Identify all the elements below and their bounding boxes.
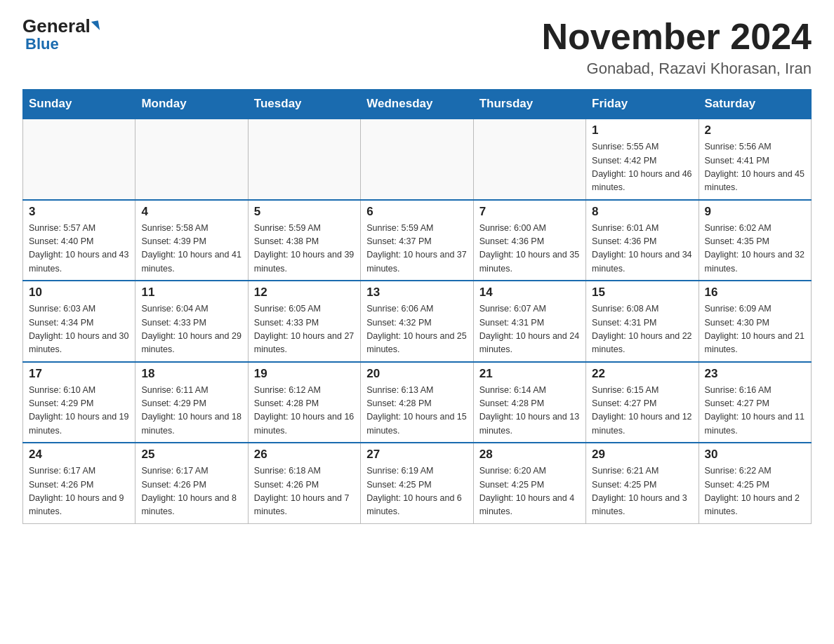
day-number: 17 <box>29 367 129 381</box>
day-info: Sunrise: 6:22 AMSunset: 4:25 PMDaylight:… <box>705 464 805 519</box>
day-info: Sunrise: 6:02 AMSunset: 4:35 PMDaylight:… <box>705 222 805 276</box>
calendar-cell: 16Sunrise: 6:09 AMSunset: 4:30 PMDayligh… <box>699 281 811 362</box>
weekday-header-friday: Friday <box>586 90 699 119</box>
day-info: Sunrise: 6:18 AMSunset: 4:26 PMDaylight:… <box>254 464 355 519</box>
calendar-cell <box>248 119 360 200</box>
day-number: 14 <box>479 286 580 300</box>
calendar-cell: 20Sunrise: 6:13 AMSunset: 4:28 PMDayligh… <box>361 362 473 443</box>
calendar-cell: 5Sunrise: 5:59 AMSunset: 4:38 PMDaylight… <box>248 200 360 281</box>
calendar-cell <box>473 119 585 200</box>
day-number: 26 <box>254 448 355 462</box>
day-info: Sunrise: 6:21 AMSunset: 4:25 PMDaylight:… <box>592 464 692 519</box>
calendar-cell: 8Sunrise: 6:01 AMSunset: 4:36 PMDaylight… <box>586 200 699 281</box>
day-number: 30 <box>705 448 805 462</box>
weekday-header-wednesday: Wednesday <box>361 90 473 119</box>
calendar-cell: 7Sunrise: 6:00 AMSunset: 4:36 PMDaylight… <box>473 200 585 281</box>
day-number: 22 <box>592 367 692 381</box>
day-number: 5 <box>254 205 355 219</box>
weekday-header-tuesday: Tuesday <box>248 90 360 119</box>
week-row-5: 24Sunrise: 6:17 AMSunset: 4:26 PMDayligh… <box>23 443 812 523</box>
calendar-cell: 6Sunrise: 5:59 AMSunset: 4:37 PMDaylight… <box>361 200 473 281</box>
day-info: Sunrise: 6:20 AMSunset: 4:25 PMDaylight:… <box>479 464 580 519</box>
calendar-cell: 24Sunrise: 6:17 AMSunset: 4:26 PMDayligh… <box>23 443 135 523</box>
day-info: Sunrise: 5:57 AMSunset: 4:40 PMDaylight:… <box>29 222 129 276</box>
weekday-header-sunday: Sunday <box>23 90 135 119</box>
location-title: Gonabad, Razavi Khorasan, Iran <box>542 60 812 78</box>
calendar-cell: 19Sunrise: 6:12 AMSunset: 4:28 PMDayligh… <box>248 362 360 443</box>
day-info: Sunrise: 6:12 AMSunset: 4:28 PMDaylight:… <box>254 384 355 438</box>
day-info: Sunrise: 5:58 AMSunset: 4:39 PMDaylight:… <box>141 222 241 276</box>
day-number: 20 <box>366 367 467 381</box>
day-number: 29 <box>592 448 692 462</box>
day-number: 7 <box>479 205 580 219</box>
day-number: 4 <box>141 205 241 219</box>
weekday-header-saturday: Saturday <box>699 90 811 119</box>
logo-triangle-icon <box>91 20 100 32</box>
calendar-cell: 4Sunrise: 5:58 AMSunset: 4:39 PMDaylight… <box>135 200 248 281</box>
calendar-cell: 23Sunrise: 6:16 AMSunset: 4:27 PMDayligh… <box>699 362 811 443</box>
day-info: Sunrise: 5:55 AMSunset: 4:42 PMDaylight:… <box>592 140 692 195</box>
calendar-cell: 1Sunrise: 5:55 AMSunset: 4:42 PMDaylight… <box>586 119 699 200</box>
weekday-header-monday: Monday <box>135 90 248 119</box>
day-number: 16 <box>705 286 805 300</box>
calendar-cell: 11Sunrise: 6:04 AMSunset: 4:33 PMDayligh… <box>135 281 248 362</box>
day-info: Sunrise: 6:11 AMSunset: 4:29 PMDaylight:… <box>141 384 241 438</box>
day-number: 18 <box>141 367 241 381</box>
week-row-2: 3Sunrise: 5:57 AMSunset: 4:40 PMDaylight… <box>23 200 812 281</box>
day-info: Sunrise: 6:13 AMSunset: 4:28 PMDaylight:… <box>366 384 467 438</box>
week-row-1: 1Sunrise: 5:55 AMSunset: 4:42 PMDaylight… <box>23 119 812 200</box>
day-info: Sunrise: 6:16 AMSunset: 4:27 PMDaylight:… <box>705 384 805 438</box>
day-number: 19 <box>254 367 355 381</box>
week-row-3: 10Sunrise: 6:03 AMSunset: 4:34 PMDayligh… <box>23 281 812 362</box>
day-info: Sunrise: 6:01 AMSunset: 4:36 PMDaylight:… <box>592 222 692 276</box>
calendar-cell: 18Sunrise: 6:11 AMSunset: 4:29 PMDayligh… <box>135 362 248 443</box>
day-number: 11 <box>141 286 241 300</box>
day-number: 28 <box>479 448 580 462</box>
calendar-cell <box>135 119 248 200</box>
day-number: 2 <box>705 123 805 137</box>
calendar-cell: 25Sunrise: 6:17 AMSunset: 4:26 PMDayligh… <box>135 443 248 523</box>
day-info: Sunrise: 6:17 AMSunset: 4:26 PMDaylight:… <box>141 464 241 519</box>
day-number: 6 <box>366 205 467 219</box>
title-area: November 2024 Gonabad, Razavi Khorasan, … <box>542 17 812 78</box>
day-number: 3 <box>29 205 129 219</box>
calendar-cell: 29Sunrise: 6:21 AMSunset: 4:25 PMDayligh… <box>586 443 699 523</box>
day-number: 21 <box>479 367 580 381</box>
day-number: 13 <box>366 286 467 300</box>
day-info: Sunrise: 5:59 AMSunset: 4:38 PMDaylight:… <box>254 222 355 276</box>
calendar-table: SundayMondayTuesdayWednesdayThursdayFrid… <box>22 89 812 524</box>
month-title: November 2024 <box>542 17 812 57</box>
calendar-cell: 15Sunrise: 6:08 AMSunset: 4:31 PMDayligh… <box>586 281 699 362</box>
calendar-cell: 17Sunrise: 6:10 AMSunset: 4:29 PMDayligh… <box>23 362 135 443</box>
calendar-cell: 14Sunrise: 6:07 AMSunset: 4:31 PMDayligh… <box>473 281 585 362</box>
calendar-cell: 9Sunrise: 6:02 AMSunset: 4:35 PMDaylight… <box>699 200 811 281</box>
calendar-cell: 12Sunrise: 6:05 AMSunset: 4:33 PMDayligh… <box>248 281 360 362</box>
weekday-header-thursday: Thursday <box>473 90 585 119</box>
calendar-cell: 2Sunrise: 5:56 AMSunset: 4:41 PMDaylight… <box>699 119 811 200</box>
calendar-cell: 28Sunrise: 6:20 AMSunset: 4:25 PMDayligh… <box>473 443 585 523</box>
day-number: 10 <box>29 286 129 300</box>
day-number: 23 <box>705 367 805 381</box>
calendar-cell: 21Sunrise: 6:14 AMSunset: 4:28 PMDayligh… <box>473 362 585 443</box>
day-number: 27 <box>366 448 467 462</box>
logo: General Blue <box>22 17 99 53</box>
day-info: Sunrise: 6:05 AMSunset: 4:33 PMDaylight:… <box>254 302 355 357</box>
day-info: Sunrise: 6:06 AMSunset: 4:32 PMDaylight:… <box>366 302 467 357</box>
calendar-cell: 30Sunrise: 6:22 AMSunset: 4:25 PMDayligh… <box>699 443 811 523</box>
calendar-header-row: SundayMondayTuesdayWednesdayThursdayFrid… <box>23 90 812 119</box>
week-row-4: 17Sunrise: 6:10 AMSunset: 4:29 PMDayligh… <box>23 362 812 443</box>
calendar-cell <box>23 119 135 200</box>
day-info: Sunrise: 6:17 AMSunset: 4:26 PMDaylight:… <box>29 464 129 519</box>
day-number: 25 <box>141 448 241 462</box>
calendar-cell: 10Sunrise: 6:03 AMSunset: 4:34 PMDayligh… <box>23 281 135 362</box>
day-info: Sunrise: 6:08 AMSunset: 4:31 PMDaylight:… <box>592 302 692 357</box>
day-info: Sunrise: 6:10 AMSunset: 4:29 PMDaylight:… <box>29 384 129 438</box>
day-number: 24 <box>29 448 129 462</box>
day-info: Sunrise: 6:15 AMSunset: 4:27 PMDaylight:… <box>592 384 692 438</box>
day-number: 12 <box>254 286 355 300</box>
day-info: Sunrise: 6:09 AMSunset: 4:30 PMDaylight:… <box>705 302 805 357</box>
day-info: Sunrise: 6:14 AMSunset: 4:28 PMDaylight:… <box>479 384 580 438</box>
day-info: Sunrise: 6:04 AMSunset: 4:33 PMDaylight:… <box>141 302 241 357</box>
page-header: General Blue November 2024 Gonabad, Raza… <box>22 17 812 78</box>
logo-general-text: General <box>22 17 91 35</box>
